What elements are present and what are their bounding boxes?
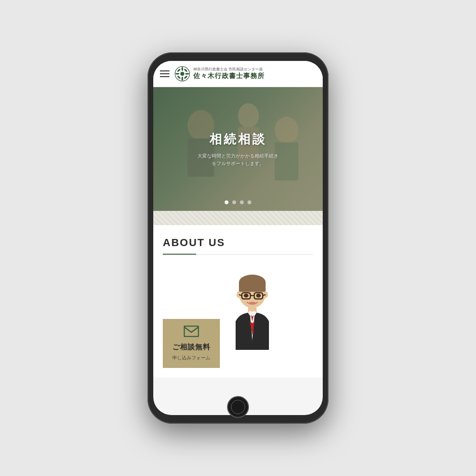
svg-point-4 [176, 73, 180, 74]
svg-point-6 [177, 69, 181, 72]
contact-main-label: ご相談無料 [172, 343, 210, 352]
svg-point-8 [177, 75, 181, 79]
header-logo: 神奈川県行政書士会 市民相談センター員 佐々木行政書士事務所 [174, 66, 265, 82]
avatar-svg [226, 274, 278, 350]
svg-point-9 [184, 75, 188, 79]
section-separator [153, 211, 323, 225]
svg-point-2 [181, 67, 183, 71]
hamburger-menu[interactable] [160, 70, 169, 77]
dot-3[interactable] [240, 200, 244, 204]
about-heading: ABOUT US [163, 237, 313, 249]
logo-emblem [174, 66, 190, 82]
svg-point-7 [184, 69, 188, 72]
svg-point-26 [244, 294, 248, 298]
dot-1[interactable] [225, 200, 228, 204]
svg-point-28 [248, 302, 256, 305]
contact-float-button[interactable]: ご相談無料 申し込みフォーム [163, 319, 220, 368]
hero-text-block: 相続相談 大変な時間と労力がかかる相続手続きをフルサポートします。 [196, 131, 280, 168]
svg-point-27 [256, 294, 261, 298]
mail-icon [184, 326, 199, 340]
svg-point-5 [185, 73, 189, 74]
phone-screen: 神奈川県行政書士会 市民相談センター員 佐々木行政書士事務所 [153, 61, 323, 415]
screen-content: 神奈川県行政書士会 市民相談センター員 佐々木行政書士事務所 [153, 61, 323, 415]
underline-green [163, 254, 196, 255]
logo-text: 神奈川県行政書士会 市民相談センター員 佐々木行政書士事務所 [193, 67, 265, 80]
dot-4[interactable] [248, 200, 251, 204]
underline-gray [196, 254, 313, 255]
hero-slider: 相続相談 大変な時間と労力がかかる相続手続きをフルサポートします。 [153, 87, 323, 211]
svg-rect-18 [239, 282, 266, 292]
logo-subtitle: 神奈川県行政書士会 市民相談センター員 [193, 67, 265, 72]
about-underline [163, 254, 313, 255]
svg-rect-30 [184, 326, 198, 337]
hero-title: 相続相談 [196, 131, 280, 148]
about-section: ABOUT US [153, 225, 323, 377]
home-button[interactable] [227, 396, 249, 418]
phone-frame: 神奈川県行政書士会 市民相談センター員 佐々木行政書士事務所 [148, 52, 328, 424]
dot-2[interactable] [232, 200, 236, 204]
svg-point-1 [180, 72, 185, 76]
logo-title: 佐々木行政書士事務所 [193, 72, 265, 80]
site-header: 神奈川県行政書士会 市民相談センター員 佐々木行政書士事務所 [153, 61, 323, 87]
hero-subtitle: 大変な時間と労力がかかる相続手続きをフルサポートします。 [196, 152, 280, 168]
contact-sub-label: 申し込みフォーム [172, 355, 210, 361]
svg-point-3 [181, 77, 183, 81]
slider-dots [225, 200, 251, 204]
